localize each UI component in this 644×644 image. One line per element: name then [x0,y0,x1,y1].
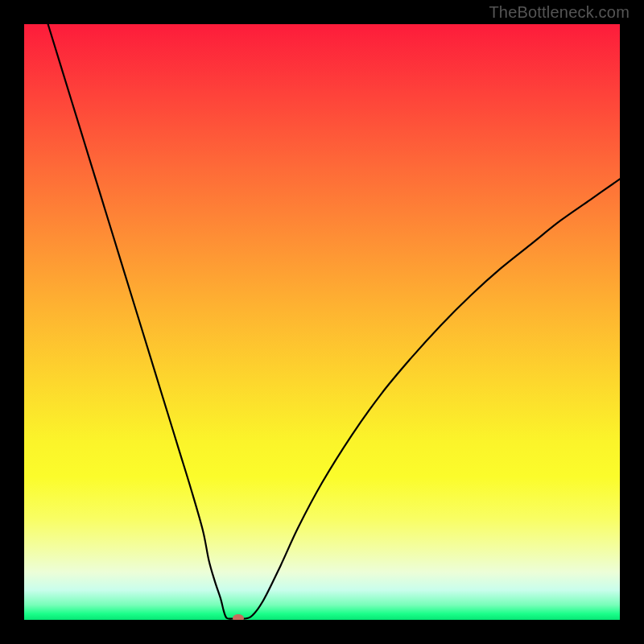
plot-area [24,24,620,620]
trough-marker [233,614,244,620]
watermark-text: TheBottleneck.com [489,3,630,22]
curve-svg [24,24,620,620]
bottleneck-curve-path [48,24,620,619]
